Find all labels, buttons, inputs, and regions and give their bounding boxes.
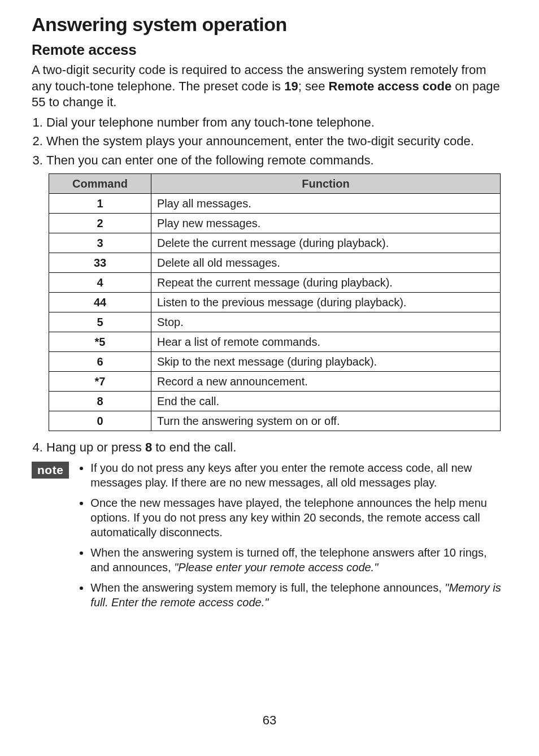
command-cell: 3 [49, 233, 151, 253]
function-cell: Play new messages. [151, 213, 501, 233]
note-section: note If you do not press any keys after … [32, 460, 507, 615]
note-badge: note [32, 462, 69, 479]
step4-key: 8 [145, 440, 152, 454]
step-item: When the system plays your announcement,… [46, 133, 507, 150]
table-row: 1 Play all messages. [49, 193, 501, 213]
page-number: 63 [0, 713, 539, 728]
intro-mid: ; see [298, 79, 329, 93]
header-command: Command [49, 173, 151, 193]
step4-pre: Hang up or press [46, 440, 145, 454]
function-cell: Record a new announcement. [151, 371, 501, 391]
step-item: Hang up or press 8 to end the call. [46, 439, 507, 456]
intro-paragraph: A two-digit security code is required to… [32, 62, 507, 111]
note-text: If you do not press any keys after you e… [90, 462, 472, 489]
function-cell: Repeat the current message (during playb… [151, 272, 501, 292]
command-cell: 4 [49, 272, 151, 292]
intro-link: Remote access code [329, 79, 452, 93]
table-header-row: Command Function [49, 173, 501, 193]
function-cell: Stop. [151, 312, 501, 332]
command-cell: 1 [49, 193, 151, 213]
page-title: Answering system operation [32, 14, 507, 36]
section-heading: Remote access [32, 41, 507, 59]
step4-post: to end the call. [152, 440, 236, 454]
function-cell: Skip to the next message (during playbac… [151, 351, 501, 371]
table-row: 4 Repeat the current message (during pla… [49, 272, 501, 292]
command-cell: 8 [49, 391, 151, 411]
function-cell: Turn the answering system on or off. [151, 411, 501, 431]
note-item: Once the new messages have played, the t… [90, 496, 507, 540]
table-row: 0 Turn the answering system on or off. [49, 411, 501, 431]
note-item: If you do not press any keys after you e… [90, 460, 507, 490]
table-row: 33 Delete all old messages. [49, 253, 501, 272]
function-cell: Play all messages. [151, 193, 501, 213]
function-cell: Delete all old messages. [151, 253, 501, 272]
note-italic: "Please enter your remote access code." [174, 561, 378, 573]
step-item: Then you can enter one of the following … [46, 152, 507, 169]
commands-table: Command Function 1 Play all messages. 2 … [49, 173, 501, 431]
header-function: Function [151, 173, 501, 193]
command-cell: *5 [49, 332, 151, 351]
note-text: Once the new messages have played, the t… [90, 497, 487, 538]
command-cell: *7 [49, 371, 151, 391]
steps-list: Dial your telephone number from any touc… [32, 114, 507, 169]
note-item: When the answering system memory is full… [90, 580, 507, 610]
table-row: *7 Record a new announcement. [49, 371, 501, 391]
command-cell: 44 [49, 292, 151, 312]
command-cell: 6 [49, 351, 151, 371]
command-cell: 33 [49, 253, 151, 272]
function-cell: Hear a list of remote commands. [151, 332, 501, 351]
table-row: 5 Stop. [49, 312, 501, 332]
table-row: *5 Hear a list of remote commands. [49, 332, 501, 351]
table-row: 8 End the call. [49, 391, 501, 411]
table-row: 3 Delete the current message (during pla… [49, 233, 501, 253]
table-row: 6 Skip to the next message (during playb… [49, 351, 501, 371]
command-cell: 5 [49, 312, 151, 332]
note-text: When the answering system memory is full… [90, 581, 445, 594]
function-cell: Delete the current message (during playb… [151, 233, 501, 253]
function-cell: End the call. [151, 391, 501, 411]
notes-list: If you do not press any keys after you e… [78, 460, 507, 615]
page-container: Answering system operation Remote access… [0, 0, 539, 756]
function-cell: Listen to the previous message (during p… [151, 292, 501, 312]
table-row: 2 Play new messages. [49, 213, 501, 233]
command-cell: 2 [49, 213, 151, 233]
table-row: 44 Listen to the previous message (durin… [49, 292, 501, 312]
steps-list-continued: Hang up or press 8 to end the call. [32, 439, 507, 456]
command-cell: 0 [49, 411, 151, 431]
note-item: When the answering system is turned off,… [90, 545, 507, 575]
intro-code: 19 [284, 79, 298, 93]
step-item: Dial your telephone number from any touc… [46, 114, 507, 131]
